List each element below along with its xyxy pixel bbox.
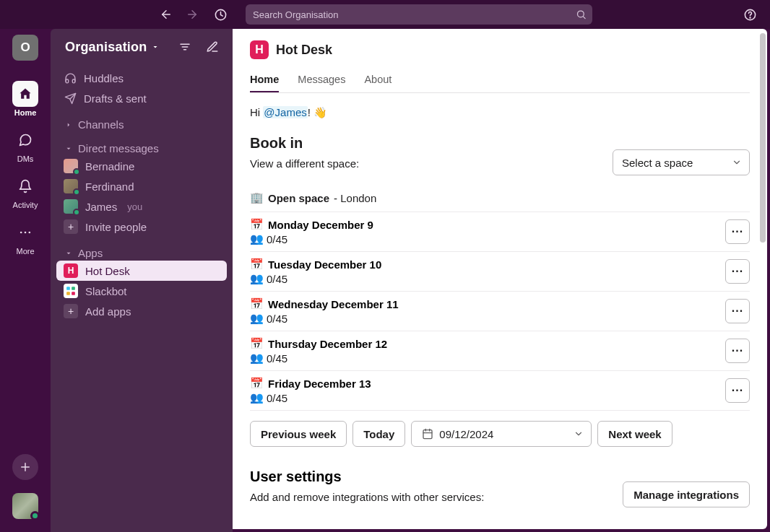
section-channels[interactable]: Channels — [56, 114, 227, 132]
slackbot-app-icon — [64, 284, 78, 298]
caret-down-icon — [64, 145, 74, 152]
day-row: 📅Thursday December 12 👥0/45 ··· — [250, 331, 750, 371]
filter-button[interactable] — [173, 35, 196, 58]
app-item-slackbot[interactable]: Slackbot — [56, 281, 227, 301]
avatar — [64, 159, 78, 173]
greeting-suffix: ! 👋 — [308, 106, 327, 118]
history-button[interactable] — [211, 5, 230, 24]
plus-icon: + — [64, 219, 78, 234]
avatar — [64, 199, 78, 214]
top-toolbar — [0, 0, 770, 29]
day-actions-button[interactable]: ··· — [725, 299, 750, 323]
day-label: Monday December 9 — [268, 219, 373, 231]
svg-rect-19 — [66, 292, 70, 295]
plus-icon: + — [64, 304, 78, 318]
rail-item-label: Home — [14, 108, 37, 117]
dm-item[interactable]: James you — [56, 196, 227, 217]
tab-about[interactable]: About — [364, 68, 392, 92]
plus-icon — [19, 461, 32, 474]
workspace-name[interactable]: Organisation — [65, 40, 147, 55]
more-horizontal-icon: ··· — [732, 384, 743, 397]
workspace-rail: O Home DMs Activity More — [0, 29, 51, 532]
chevron-down-icon — [732, 157, 742, 167]
more-horizontal-icon: ··· — [732, 265, 743, 278]
app-tabs: Home Messages About — [250, 68, 750, 93]
space-line: 🏢 Open space - London — [250, 191, 750, 212]
presence-indicator-icon — [73, 188, 80, 196]
section-label: Direct messages — [78, 142, 159, 154]
app-item-label: Hot Desk — [85, 265, 130, 277]
day-label: Friday December 13 — [268, 378, 371, 390]
rail-item-home[interactable]: Home — [4, 78, 47, 121]
people-icon: 👥 — [250, 312, 264, 325]
day-actions-button[interactable]: ··· — [725, 219, 750, 244]
day-actions-button[interactable]: ··· — [725, 259, 750, 284]
manage-integrations-button[interactable]: Manage integrations — [623, 481, 750, 507]
app-item-hot-desk[interactable]: H Hot Desk — [56, 261, 227, 281]
day-count: 0/45 — [267, 313, 287, 325]
more-horizontal-icon — [18, 225, 33, 240]
workspace-switcher[interactable]: O — [12, 35, 38, 61]
day-count: 0/45 — [267, 392, 287, 404]
search-icon — [576, 9, 587, 20]
svg-rect-18 — [72, 287, 75, 290]
day-count: 0/45 — [267, 352, 287, 365]
create-new-button[interactable] — [12, 454, 38, 480]
scrollbar[interactable] — [758, 29, 767, 529]
building-icon: 🏢 — [250, 191, 264, 204]
compose-button[interactable] — [201, 35, 224, 58]
svg-point-3 — [578, 11, 584, 17]
send-icon — [64, 92, 77, 105]
today-button[interactable]: Today — [352, 421, 405, 447]
invite-people[interactable]: + Invite people — [56, 217, 227, 237]
next-week-button[interactable]: Next week — [597, 421, 672, 447]
dm-item[interactable]: Ferdinand — [56, 176, 227, 196]
channel-sidebar: Organisation Huddles — [51, 29, 233, 532]
rail-item-label: Activity — [13, 201, 38, 209]
sidebar-item-huddles[interactable]: Huddles — [56, 68, 227, 88]
greeting-text: Hi @James! 👋 — [250, 93, 750, 125]
presence-indicator-icon — [73, 168, 80, 175]
scrollbar-thumb[interactable] — [760, 33, 766, 243]
you-badge: you — [127, 201, 142, 212]
previous-week-button[interactable]: Previous week — [250, 421, 347, 447]
rail-item-more[interactable]: More — [4, 217, 47, 260]
main-panel: H Hot Desk Home Messages About Hi @James… — [233, 29, 767, 529]
calendar-icon: 📅 — [250, 297, 264, 310]
tab-messages[interactable]: Messages — [298, 68, 345, 92]
add-apps[interactable]: + Add apps — [56, 301, 227, 321]
more-horizontal-icon: ··· — [732, 225, 743, 238]
day-row: 📅Tuesday December 10 👥0/45 ··· — [250, 252, 750, 292]
help-button[interactable] — [741, 6, 758, 23]
user-mention[interactable]: @James — [263, 106, 307, 118]
section-label: Channels — [78, 118, 124, 131]
section-apps[interactable]: Apps — [56, 243, 227, 261]
dm-item[interactable]: Bernadine — [56, 156, 227, 176]
nav-back-button[interactable] — [157, 6, 175, 23]
rail-item-label: DMs — [17, 154, 34, 163]
section-direct-messages[interactable]: Direct messages — [56, 138, 227, 156]
caret-right-icon — [64, 121, 74, 128]
search-input[interactable] — [246, 4, 592, 25]
rail-item-activity[interactable]: Activity — [4, 170, 47, 214]
day-count: 0/45 — [267, 273, 287, 285]
calendar-icon: 📅 — [250, 337, 264, 350]
presence-indicator-icon — [73, 209, 80, 216]
day-label: Thursday December 12 — [268, 338, 387, 350]
day-actions-button[interactable]: ··· — [725, 378, 750, 403]
space-city: - London — [334, 192, 376, 204]
sidebar-item-label: Huddles — [84, 72, 124, 84]
sidebar-item-drafts[interactable]: Drafts & sent — [56, 88, 227, 108]
more-horizontal-icon: ··· — [732, 344, 743, 357]
space-select[interactable]: Select a space — [613, 149, 750, 175]
day-list: 📅Monday December 9 👥0/45 ··· 📅Tuesday De… — [250, 212, 750, 411]
arrow-right-icon — [186, 8, 199, 21]
date-picker[interactable]: 09/12/2024 — [411, 421, 592, 447]
app-title: Hot Desk — [276, 43, 332, 58]
day-actions-button[interactable]: ··· — [725, 339, 750, 363]
tab-home[interactable]: Home — [250, 68, 279, 92]
nav-forward-button[interactable] — [183, 6, 201, 23]
rail-item-dms[interactable]: DMs — [4, 124, 47, 167]
user-avatar[interactable] — [12, 493, 38, 519]
sidebar-item-label: Add apps — [85, 305, 131, 318]
